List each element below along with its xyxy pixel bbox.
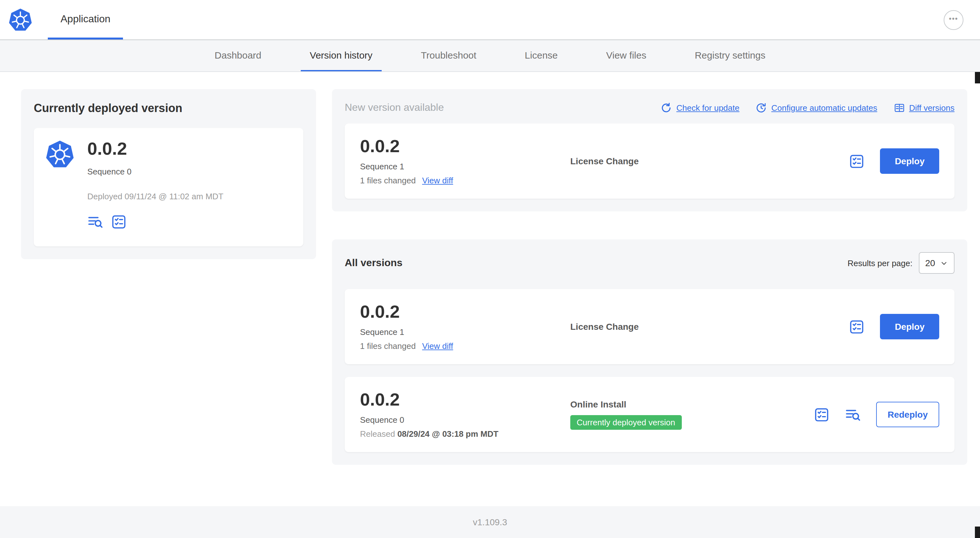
refresh-icon bbox=[661, 102, 672, 113]
current-deployed-timestamp: Deployed 09/11/24 @ 11:02 am MDT bbox=[87, 192, 223, 201]
deploy-button[interactable]: Deploy bbox=[880, 314, 939, 340]
new-version-header: New version available Check for update C… bbox=[345, 102, 955, 113]
files-changed-line: 1 files changed View diff bbox=[360, 176, 570, 186]
console-version: v1.109.3 bbox=[473, 517, 507, 527]
configure-automatic-updates-link[interactable]: Configure automatic updates bbox=[756, 102, 877, 113]
diff-versions-link[interactable]: Diff versions bbox=[894, 102, 955, 113]
version-sequence: Sequence 1 bbox=[360, 162, 570, 171]
files-changed-text: 1 files changed bbox=[360, 341, 416, 351]
version-source: Online Install Currently deployed versio… bbox=[570, 399, 814, 430]
clock-arrow-icon bbox=[756, 102, 767, 113]
current-sequence: Sequence 0 bbox=[87, 167, 223, 176]
check-for-update-link[interactable]: Check for update bbox=[661, 102, 740, 113]
current-version-card: 0.0.2 Sequence 0 Deployed 09/11/24 @ 11:… bbox=[34, 128, 303, 246]
tab-label: View files bbox=[606, 50, 646, 60]
tab-application[interactable]: Application bbox=[48, 0, 123, 40]
version-actions: Deploy bbox=[849, 148, 939, 174]
deploy-logs-button[interactable] bbox=[87, 214, 103, 230]
version-source: License Change bbox=[570, 156, 849, 166]
version-info: 0.0.2 Sequence 1 1 files changed View di… bbox=[360, 302, 570, 351]
current-version-info: 0.0.2 Sequence 0 Deployed 09/11/24 @ 11:… bbox=[87, 140, 223, 235]
chevron-down-icon bbox=[940, 259, 947, 267]
tab-label: Troubleshoot bbox=[421, 50, 476, 60]
source-label: Online Install bbox=[570, 399, 807, 409]
version-row: 0.0.2 Sequence 1 1 files changed View di… bbox=[345, 124, 955, 198]
new-version-panel: New version available Check for update C… bbox=[332, 89, 967, 211]
selected-value: 20 bbox=[925, 258, 935, 268]
version-row: 0.0.2 Sequence 0 Released 08/29/24 @ 03:… bbox=[345, 377, 955, 452]
preflight-checks-button[interactable] bbox=[814, 406, 830, 422]
current-version-actions bbox=[87, 214, 223, 230]
preflight-checks-button[interactable] bbox=[849, 319, 865, 335]
view-diff-link[interactable]: View diff bbox=[422, 341, 453, 351]
logs-icon bbox=[87, 214, 103, 230]
diff-icon bbox=[894, 102, 905, 113]
link-label: Diff versions bbox=[909, 103, 955, 113]
released-label: Released bbox=[360, 429, 395, 439]
page-nav: Dashboard Version history Troubleshoot L… bbox=[0, 40, 980, 72]
tab-label: Registry settings bbox=[695, 50, 765, 60]
scrollbar-thumb[interactable] bbox=[975, 72, 980, 83]
checklist-icon bbox=[111, 214, 127, 230]
results-per-page-select[interactable]: 20 bbox=[919, 252, 955, 274]
version-actions: Deploy bbox=[849, 314, 939, 340]
preflight-checks-button[interactable] bbox=[111, 214, 127, 230]
scrollbar-thumb[interactable] bbox=[975, 527, 980, 538]
tab-license[interactable]: License bbox=[516, 40, 566, 71]
redeploy-button[interactable]: Redeploy bbox=[876, 402, 939, 427]
version-info: 0.0.2 Sequence 1 1 files changed View di… bbox=[360, 136, 570, 186]
footer: v1.109.3 bbox=[0, 506, 980, 538]
deploy-button[interactable]: Deploy bbox=[880, 148, 939, 174]
all-versions-title: All versions bbox=[345, 257, 402, 269]
top-bar: Application ••• bbox=[0, 0, 980, 40]
link-label: Configure automatic updates bbox=[771, 103, 877, 113]
version-sequence: Sequence 1 bbox=[360, 328, 570, 337]
kubernetes-app-icon bbox=[45, 140, 75, 235]
deploy-logs-button[interactable] bbox=[845, 406, 861, 422]
app-logo bbox=[0, 0, 32, 40]
view-diff-link[interactable]: View diff bbox=[422, 176, 453, 186]
checklist-icon bbox=[849, 319, 865, 335]
version-sequence: Sequence 0 bbox=[360, 416, 570, 425]
preflight-checks-button[interactable] bbox=[849, 153, 865, 169]
tab-label: Dashboard bbox=[215, 50, 262, 60]
overflow-menu-button[interactable]: ••• bbox=[944, 10, 963, 30]
tab-version-history[interactable]: Version history bbox=[301, 40, 381, 71]
all-versions-header: All versions Results per page: 20 bbox=[345, 252, 955, 274]
current-version-number: 0.0.2 bbox=[87, 140, 223, 159]
source-label: License Change bbox=[570, 156, 843, 166]
version-actions: Redeploy bbox=[814, 402, 939, 427]
new-version-title: New version available bbox=[345, 102, 444, 113]
source-label: License Change bbox=[570, 322, 843, 332]
tab-view-files[interactable]: View files bbox=[597, 40, 655, 71]
kubernetes-logo-icon bbox=[8, 8, 32, 32]
all-versions-panel: All versions Results per page: 20 0.0.2 bbox=[332, 240, 967, 465]
new-version-rows: 0.0.2 Sequence 1 1 files changed View di… bbox=[345, 124, 955, 198]
version-source: License Change bbox=[570, 322, 849, 332]
app-tab-label: Application bbox=[60, 13, 111, 24]
tab-registry-settings[interactable]: Registry settings bbox=[686, 40, 775, 71]
version-number: 0.0.2 bbox=[360, 390, 570, 410]
version-info: 0.0.2 Sequence 0 Released 08/29/24 @ 03:… bbox=[360, 390, 570, 439]
version-number: 0.0.2 bbox=[360, 136, 570, 156]
link-label: Check for update bbox=[676, 103, 740, 113]
currently-deployed-card: Currently deployed version 0.0.2 Sequenc… bbox=[21, 89, 316, 259]
right-column: New version available Check for update C… bbox=[332, 89, 967, 465]
ellipsis-icon: ••• bbox=[949, 15, 958, 22]
files-changed-text: 1 files changed bbox=[360, 176, 416, 186]
version-row: 0.0.2 Sequence 1 1 files changed View di… bbox=[345, 289, 955, 364]
currently-deployed-badge: Currently deployed version bbox=[570, 415, 681, 430]
tab-dashboard[interactable]: Dashboard bbox=[206, 40, 270, 71]
checklist-icon bbox=[814, 406, 830, 422]
update-actions: Check for update Configure automatic upd… bbox=[661, 102, 955, 113]
logs-icon bbox=[845, 406, 861, 422]
currently-deployed-title: Currently deployed version bbox=[34, 102, 303, 115]
app-viewport: Application ••• Dashboard Version histor… bbox=[0, 0, 980, 538]
checklist-icon bbox=[849, 153, 865, 169]
tab-label: License bbox=[525, 50, 558, 60]
all-versions-rows: 0.0.2 Sequence 1 1 files changed View di… bbox=[345, 289, 955, 452]
files-changed-line: 1 files changed View diff bbox=[360, 341, 570, 351]
released-date: 08/29/24 @ 03:18 pm MDT bbox=[397, 429, 498, 439]
tab-troubleshoot[interactable]: Troubleshoot bbox=[412, 40, 485, 71]
main-content: Currently deployed version 0.0.2 Sequenc… bbox=[0, 72, 980, 506]
